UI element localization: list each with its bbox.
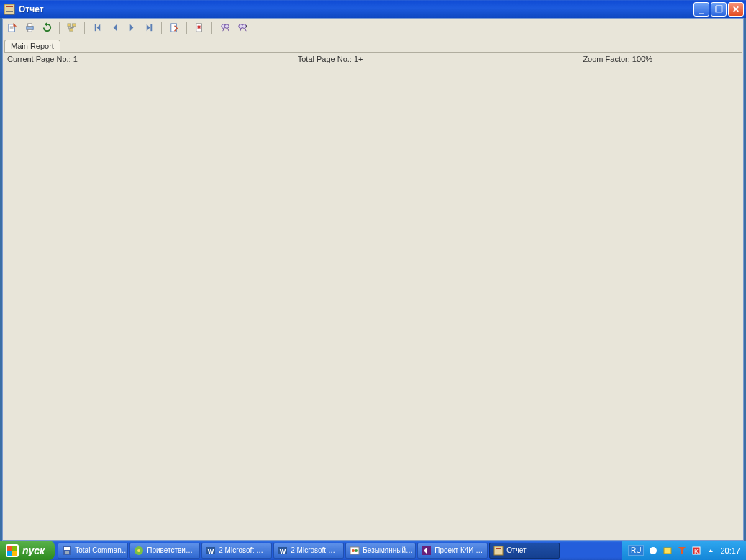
print-button[interactable] <box>23 22 36 35</box>
scroll-right-icon[interactable]: ▸ <box>718 52 729 53</box>
svg-text:K: K <box>694 548 699 555</box>
group-tree-button[interactable] <box>65 22 78 35</box>
svg-text:W: W <box>208 548 214 555</box>
taskbar-item[interactable]: Безымянный… <box>345 543 416 559</box>
minimize-button[interactable]: _ <box>693 2 709 17</box>
taskbar-item-label: Приветстви… <box>147 546 193 554</box>
svg-point-23 <box>137 549 140 552</box>
tray-icon[interactable]: K <box>691 546 701 556</box>
disk-icon <box>62 546 72 556</box>
window-titlebar: Отчет _ ❐ ✕ <box>0 0 746 18</box>
separator <box>84 22 85 34</box>
form-icon <box>493 546 504 556</box>
svg-rect-1 <box>6 6 13 7</box>
svg-rect-3 <box>6 11 13 12</box>
tab-bar: Main Report <box>3 37 743 52</box>
system-tray[interactable]: RU K 20:17 <box>622 541 746 560</box>
icq-icon <box>134 546 144 556</box>
taskbar-item-label: Безымянный… <box>363 546 413 554</box>
windows-logo-icon <box>6 544 19 557</box>
find-button[interactable] <box>218 22 231 35</box>
last-page-button[interactable] <box>142 22 155 35</box>
close-view-button[interactable] <box>193 22 206 35</box>
svg-point-16 <box>224 24 229 29</box>
taskbar-item-label: Проект К4И … <box>435 546 483 554</box>
svg-rect-20 <box>64 547 70 550</box>
refresh-button[interactable] <box>40 22 53 35</box>
taskbar-item-label: Total Comman… <box>75 546 128 554</box>
svg-rect-36 <box>681 551 683 554</box>
svg-rect-7 <box>26 27 32 30</box>
prev-page-button[interactable] <box>108 22 121 35</box>
app-icon <box>4 4 15 15</box>
svg-rect-5 <box>9 27 13 27</box>
scroll-left-icon[interactable]: ◂ <box>5 52 17 53</box>
vs-icon <box>422 546 432 556</box>
separator <box>186 22 187 34</box>
start-label: пуск <box>22 545 45 556</box>
clock[interactable]: 20:17 <box>720 546 740 555</box>
svg-rect-21 <box>65 551 69 554</box>
zoom-button[interactable] <box>235 22 248 35</box>
svg-point-29 <box>352 549 355 552</box>
taskbar-item[interactable]: Приветстви… <box>129 543 200 559</box>
word-icon: W <box>206 546 216 556</box>
scroll-up-icon[interactable]: ▴ <box>730 52 741 53</box>
svg-point-18 <box>242 24 246 29</box>
tray-icon[interactable] <box>663 546 673 556</box>
tray-icon[interactable] <box>648 546 658 556</box>
svg-point-30 <box>355 549 358 552</box>
first-page-button[interactable] <box>91 22 104 35</box>
start-button[interactable]: пуск <box>0 541 55 560</box>
separator <box>211 22 212 34</box>
next-page-button[interactable] <box>125 22 138 35</box>
separator <box>161 22 162 34</box>
taskbar-item[interactable]: Total Comman… <box>58 543 128 559</box>
maximize-button[interactable]: ❐ <box>711 2 727 17</box>
svg-rect-10 <box>67 24 70 27</box>
svg-rect-6 <box>9 28 13 29</box>
svg-text:W: W <box>280 548 286 555</box>
taskbar-item[interactable]: W2 Microsoft … <box>273 543 344 559</box>
svg-rect-33 <box>496 548 501 549</box>
paint-icon <box>350 546 360 556</box>
svg-point-34 <box>650 547 657 554</box>
language-indicator[interactable]: RU <box>628 545 644 556</box>
tray-arrow-icon[interactable] <box>706 546 716 556</box>
svg-rect-12 <box>69 28 73 31</box>
svg-rect-35 <box>664 548 671 554</box>
taskbar-item-label: 2 Microsoft … <box>219 546 263 554</box>
taskbar-item[interactable]: W2 Microsoft … <box>201 543 272 559</box>
goto-page-button[interactable] <box>168 22 181 35</box>
scroll-down-icon[interactable]: ▾ <box>730 52 741 52</box>
toolbar <box>3 19 743 37</box>
tab-main-report[interactable]: Main Report <box>4 40 60 52</box>
svg-rect-9 <box>27 29 32 32</box>
taskbar: пуск Total Comman…Приветстви…W2 Microsof… <box>0 541 746 560</box>
separator <box>59 22 60 34</box>
app-shell: Main Report Отчет по сотрудникам 12.02.2… <box>2 18 744 541</box>
taskbar-item[interactable]: Отчет <box>489 543 560 559</box>
tray-icon[interactable] <box>677 546 687 556</box>
window-title: Отчет <box>19 4 693 14</box>
taskbar-item[interactable]: Проект К4И … <box>417 543 488 559</box>
horizontal-scrollbar[interactable]: ◂ ▸ <box>5 52 729 52</box>
svg-rect-32 <box>494 546 503 555</box>
svg-rect-11 <box>72 24 76 27</box>
svg-rect-2 <box>6 9 13 9</box>
svg-rect-8 <box>27 24 32 27</box>
report-viewport: Отчет по сотрудникам 12.02.2008 Фамилия … <box>4 52 742 53</box>
taskbar-item-label: Отчет <box>506 546 526 554</box>
taskbar-item-label: 2 Microsoft … <box>291 546 335 554</box>
export-button[interactable] <box>6 22 19 35</box>
taskbar-items: Total Comman…Приветстви…W2 Microsoft …W2… <box>55 541 622 560</box>
close-button[interactable]: ✕ <box>728 2 744 17</box>
word-icon: W <box>278 546 288 556</box>
